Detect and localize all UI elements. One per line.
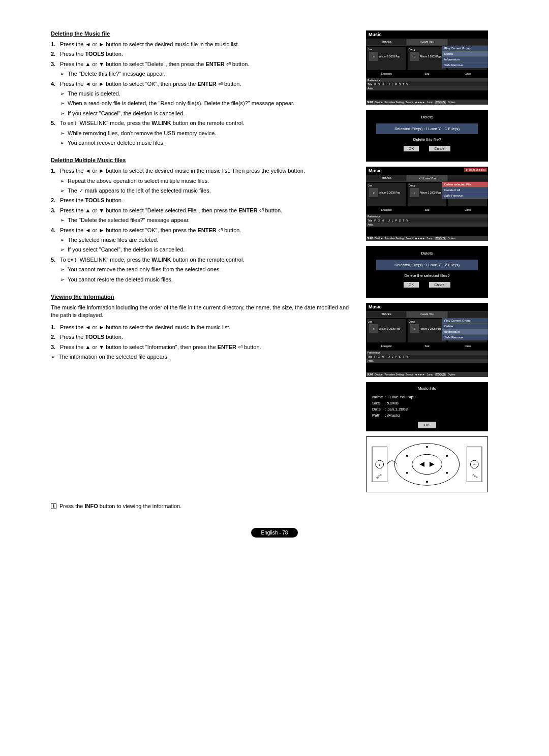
screenshot-music-delete: Music Thanks I Love You Joe♫Album 1 2005… xyxy=(366,30,488,105)
remote-diagram: i INFO → EXIT xyxy=(366,436,488,492)
selected-badge: 1 File(s) Selected xyxy=(464,168,487,172)
cancel-button[interactable]: Cancel xyxy=(429,282,450,288)
svg-point-2 xyxy=(426,446,428,448)
context-menu: Delete selected File Deselect All Safe R… xyxy=(442,182,488,199)
music-note-icon: ♫ xyxy=(410,52,419,61)
svg-text:→: → xyxy=(472,462,476,467)
menu-item-information[interactable]: Information xyxy=(442,329,488,335)
svg-point-4 xyxy=(446,455,448,457)
svg-point-6 xyxy=(446,472,448,474)
right-column: Music Thanks I Love You Joe♫Album 1 2005… xyxy=(366,30,498,509)
step-text: Press the ◄ or ► button to select the de… xyxy=(60,41,356,48)
left-arrow-icon xyxy=(419,462,424,467)
page-number: English - 78 xyxy=(251,528,298,538)
ss-tab[interactable]: Thanks xyxy=(366,39,407,46)
dialog-delete-single: Delete Selected File(s) : I Love Y... 1 … xyxy=(366,110,488,162)
remote-button-icon: ℹ xyxy=(51,503,56,509)
menu-item[interactable]: Play Current Group xyxy=(442,46,488,51)
music-card[interactable]: Darby♫Album 2 2005 Pop xyxy=(408,47,446,70)
svg-point-3 xyxy=(426,481,428,483)
ok-button[interactable]: OK xyxy=(404,146,419,151)
left-column: Deleting the Music file 1.Press the ◄ or… xyxy=(51,30,356,509)
step-num: 1. xyxy=(51,41,60,48)
ss-tab[interactable]: I Love You xyxy=(407,39,447,46)
svg-point-0 xyxy=(394,444,460,485)
music-info-panel: Music Info Name : I Love You.mp3 Size : … xyxy=(366,382,488,431)
svg-point-5 xyxy=(406,455,408,457)
steps-delete-single: 1.Press the ◄ or ► button to select the … xyxy=(51,41,356,147)
steps-view-info: 1.Press the ◄ or ► button to select the … xyxy=(51,324,356,351)
info-note: ℹ Press the INFO button to viewing the i… xyxy=(51,503,356,509)
steps-delete-multiple: 1.Press the ◄ or ► button to select the … xyxy=(51,167,356,284)
section-title-delete-multiple: Deleting Multiple Music files xyxy=(51,157,356,163)
menu-item[interactable]: Safe Remove xyxy=(442,62,488,68)
svg-point-7 xyxy=(406,472,408,474)
page-footer: English - 78 xyxy=(51,529,498,536)
music-note-icon: ♫ xyxy=(369,52,378,61)
alpha-row: Title F G H I J L P S T V xyxy=(366,82,488,86)
music-card[interactable]: Joe♫Album 1 2005 Pop xyxy=(367,47,406,70)
ss-header: Music xyxy=(366,30,488,39)
menu-item[interactable]: Information xyxy=(442,57,488,62)
dialog-delete-multiple: Delete Selected File(s) : I Love Y... 2 … xyxy=(366,246,488,298)
page-content: Deleting the Music file 1.Press the ◄ or… xyxy=(51,30,498,509)
context-menu: Play Current Group Delete Information Sa… xyxy=(442,46,488,68)
info-row: Name : I Love You.mp3 xyxy=(372,395,482,399)
section-title-delete-single: Deleting the Music file xyxy=(51,30,356,37)
context-menu: Play Current Group Delete Information Sa… xyxy=(442,318,488,340)
menu-item-delete[interactable]: Delete xyxy=(442,51,488,57)
ok-button[interactable]: OK xyxy=(418,422,436,428)
svg-point-1 xyxy=(412,454,442,474)
screenshot-music-delete-multiple: Music 1 File(s) Selected Thanks ✓ I Love… xyxy=(366,167,488,241)
right-arrow-icon xyxy=(430,462,435,467)
intro-view-info: The music file information including the… xyxy=(51,304,356,320)
arrow-icon: ➢ xyxy=(60,70,65,78)
ok-button[interactable]: OK xyxy=(404,282,419,288)
cancel-button[interactable]: Cancel xyxy=(429,146,450,151)
screenshot-music-info: Music Thanks I Love You Joe♫Album 1 2005… xyxy=(366,303,488,377)
menu-item-delete-selected[interactable]: Delete selected File xyxy=(442,182,488,187)
section-title-view-info: Viewing the Information xyxy=(51,294,356,300)
